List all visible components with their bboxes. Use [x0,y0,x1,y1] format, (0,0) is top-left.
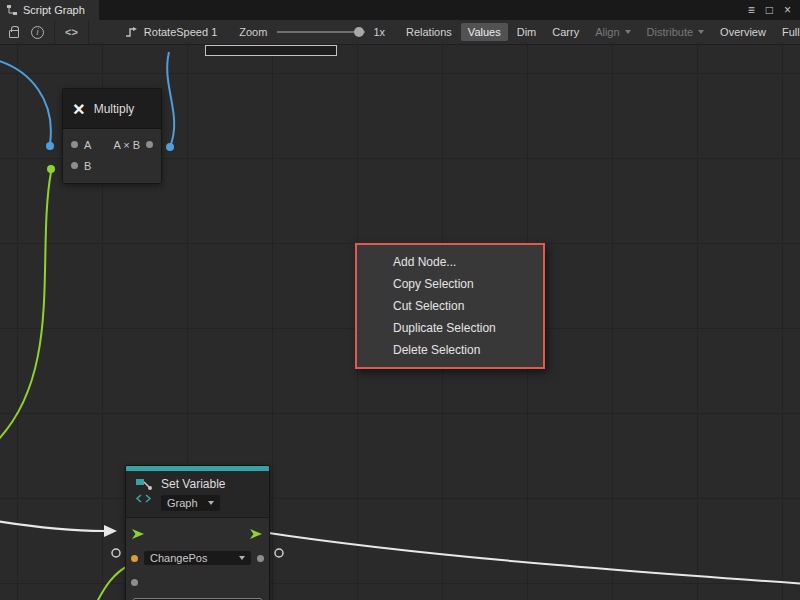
graph-breadcrumb[interactable]: RotateSpeed 1 [125,26,217,38]
menu-item-delete-selection[interactable]: Delete Selection [357,339,543,361]
multiply-node-body: A A × B B [63,129,161,183]
menu-item-copy-selection[interactable]: Copy Selection [357,273,543,295]
titlebar: Script Graph ≡ □ × [0,0,800,20]
multiply-node-header[interactable]: × Multiply [63,89,161,129]
close-icon[interactable]: × [784,4,791,16]
extra-input-port[interactable] [131,579,138,586]
set-variable-header[interactable]: Set Variable Graph [126,471,269,518]
code-icon[interactable]: <> [65,26,78,38]
variable-scope-label: Graph [167,497,198,509]
menu-item-cut-selection[interactable]: Cut Selection [357,295,543,317]
port-out-output[interactable] [146,141,153,148]
extra-port-row [131,574,264,590]
relations-button[interactable]: Relations [399,23,459,41]
port-row: B [63,155,161,176]
dim-button[interactable]: Dim [510,23,544,41]
script-graph-icon [6,4,18,16]
multiply-node-title: Multiply [94,102,135,116]
context-menu: Add Node... Copy Selection Cut Selection… [355,243,545,369]
overview-button[interactable]: Overview [713,23,773,41]
toolbar-divider [88,20,89,45]
tab-label: Script Graph [23,4,85,16]
tab-script-graph[interactable]: Script Graph [0,0,99,20]
set-variable-icon [134,477,154,505]
menu-item-add-node[interactable]: Add Node... [357,251,543,273]
toolbar-divider [54,20,55,45]
variable-row: ChangePos [131,550,264,566]
port-b-label: B [84,160,91,172]
empty-dropdown-field[interactable] [205,45,337,56]
port-a-label: A [84,139,91,151]
lock-icon[interactable] [9,30,19,38]
multiply-node[interactable]: × Multiply A A × B B [62,88,162,184]
carry-button[interactable]: Carry [545,23,586,41]
set-variable-node[interactable]: Set Variable Graph ChangePos [125,465,270,600]
port-a-input[interactable] [71,141,78,148]
values-button[interactable]: Values [461,23,508,41]
flow-row [131,526,264,542]
multiply-icon: × [73,99,85,119]
fullscreen-button[interactable]: Full Screen [775,23,800,41]
flow-output-port[interactable] [249,528,264,540]
window-controls: ≡ □ × [748,0,800,20]
zoom-label: Zoom [239,26,267,38]
variable-output-port[interactable] [257,555,264,562]
zoom-value: 1x [373,26,385,38]
port-b-input[interactable] [71,162,78,169]
caret-down-icon [208,501,214,505]
maximize-icon[interactable]: □ [766,4,773,16]
port-out-label: A × B [113,139,140,151]
variable-scope-dropdown[interactable]: Graph [161,495,220,511]
flow-input-port[interactable] [131,528,146,540]
caret-down-icon [239,556,245,560]
info-icon[interactable]: i [31,26,44,39]
menu-icon[interactable]: ≡ [748,4,755,16]
caret-down-icon [625,30,631,34]
zoom-slider-knob[interactable] [354,27,364,37]
align-dropdown[interactable]: Align [588,23,637,41]
variable-name-label: ChangePos [150,552,208,564]
caret-down-icon [698,30,704,34]
variable-input-port[interactable] [131,555,138,562]
graph-breadcrumb-label: RotateSpeed 1 [144,26,217,38]
distribute-dropdown[interactable]: Distribute [640,23,711,41]
script-graph-unit-icon [125,26,138,38]
zoom-slider[interactable] [277,31,365,33]
graph-toolbar: i <> RotateSpeed 1 Zoom 1x Relations Val… [0,20,800,45]
variable-name-dropdown[interactable]: ChangePos [144,551,251,565]
set-variable-title: Set Variable [161,477,225,491]
menu-item-duplicate-selection[interactable]: Duplicate Selection [357,317,543,339]
set-variable-body: ChangePos [126,518,269,600]
port-row: A A × B [63,134,161,155]
